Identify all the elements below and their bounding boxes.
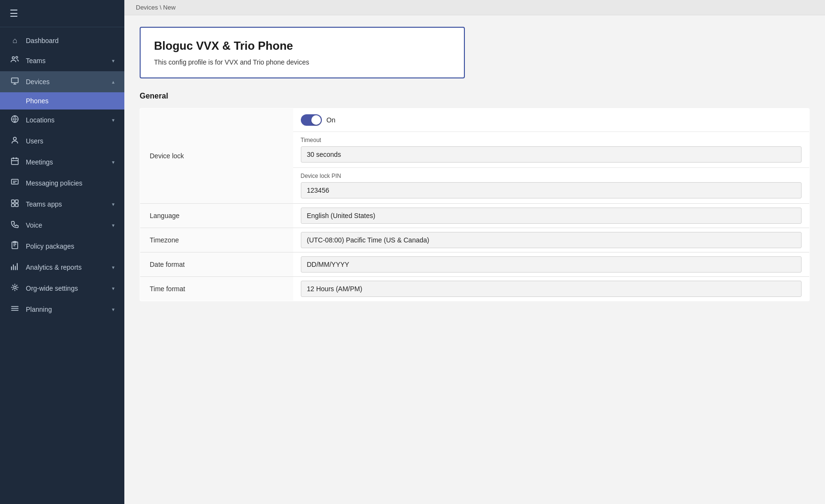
field-label-device-lock: Device lock: [140, 109, 293, 204]
toggle-container: On: [301, 114, 336, 126]
chevron-icon: ▾: [112, 58, 115, 64]
svg-rect-5: [11, 179, 18, 184]
general-section: General Device lock On: [140, 92, 810, 301]
breadcrumb: Devices \ New: [124, 0, 825, 15]
sidebar-item-label: Teams: [26, 57, 112, 65]
sidebar-item-label: Org-wide settings: [26, 285, 112, 292]
table-row: Timezone (UTC-08:00) Pacific Time (US & …: [140, 228, 810, 252]
sidebar-header: ☰: [0, 0, 124, 27]
sidebar-subitem-phones[interactable]: Phones: [0, 92, 124, 110]
toggle-label: On: [327, 116, 336, 124]
messaging-icon: [10, 178, 20, 188]
date-format-field-row: DD/MM/YYYY: [293, 252, 810, 276]
sidebar-item-label: Users: [26, 137, 115, 145]
breadcrumb-new: New: [163, 4, 176, 11]
profile-card: Bloguc VVX & Trio Phone This config prof…: [140, 27, 465, 78]
sidebar-item-label: Meetings: [26, 158, 112, 166]
field-value-time-format: 12 Hours (AM/PM): [293, 277, 810, 301]
hamburger-menu-icon[interactable]: ☰: [10, 8, 18, 19]
time-format-field-row: 12 Hours (AM/PM): [293, 277, 810, 301]
timeout-value: 30 seconds: [301, 146, 802, 163]
sidebar-item-policy-packages[interactable]: Policy packages: [0, 236, 124, 257]
main-content: Devices \ New Bloguc VVX & Trio Phone Th…: [124, 0, 825, 504]
svg-rect-4: [11, 158, 18, 164]
breadcrumb-devices[interactable]: Devices: [136, 4, 158, 11]
time-format-value: 12 Hours (AM/PM): [301, 281, 802, 297]
device-lock-cell: On Timeout 30 seconds Device lock PIN 12…: [293, 109, 810, 203]
field-value-language: English (United States): [293, 204, 810, 228]
sidebar-item-label: Policy packages: [26, 242, 115, 250]
users-icon: [10, 136, 20, 146]
sidebar-item-teams[interactable]: Teams ▾: [0, 50, 124, 71]
teams-apps-icon: [10, 199, 20, 209]
sidebar-item-meetings[interactable]: Meetings ▾: [0, 152, 124, 173]
svg-rect-8: [11, 204, 14, 207]
svg-rect-9: [15, 204, 18, 207]
svg-point-1: [16, 56, 18, 58]
teams-icon: [10, 55, 20, 66]
timezone-field-row: (UTC-08:00) Pacific Time (US & Canada): [293, 228, 810, 252]
sidebar: ☰ ⌂ Dashboard Teams ▾ Devices ▴ Phones: [0, 0, 124, 504]
svg-rect-7: [15, 200, 18, 203]
sidebar-item-users[interactable]: Users: [0, 131, 124, 152]
chevron-icon: ▾: [112, 117, 115, 123]
sidebar-item-label: Analytics & reports: [26, 263, 112, 271]
table-row: Time format 12 Hours (AM/PM): [140, 277, 810, 301]
sidebar-item-analytics-reports[interactable]: Analytics & reports ▾: [0, 257, 124, 278]
profile-title: Bloguc VVX & Trio Phone: [154, 39, 451, 53]
field-label-time-format: Time format: [140, 277, 293, 301]
sidebar-nav: ⌂ Dashboard Teams ▾ Devices ▴ Phones: [0, 27, 124, 504]
field-value-timezone: (UTC-08:00) Pacific Time (US & Canada): [293, 228, 810, 252]
language-field-row: English (United States): [293, 204, 810, 228]
sidebar-item-dashboard[interactable]: ⌂ Dashboard: [0, 31, 124, 50]
voice-icon: [10, 220, 20, 230]
field-label-date-format: Date format: [140, 252, 293, 277]
svg-point-3: [13, 137, 16, 140]
analytics-icon: [10, 262, 20, 273]
sidebar-item-label: Dashboard: [26, 37, 115, 44]
sidebar-item-planning[interactable]: Planning ▾: [0, 299, 124, 320]
chevron-icon: ▾: [112, 307, 115, 313]
locations-icon: [10, 115, 20, 125]
sidebar-item-label: Voice: [26, 221, 112, 229]
field-label-timezone: Timezone: [140, 228, 293, 252]
sidebar-item-locations[interactable]: Locations ▾: [0, 110, 124, 131]
field-value-device-lock: On Timeout 30 seconds Device lock PIN 12…: [293, 109, 810, 204]
field-label-language: Language: [140, 204, 293, 228]
settings-table: Device lock On Timeout 30 se: [140, 108, 810, 301]
meetings-icon: [10, 157, 20, 167]
svg-point-12: [14, 286, 16, 289]
sidebar-item-label: Teams apps: [26, 200, 112, 208]
planning-icon: [10, 304, 20, 315]
chevron-icon: ▾: [112, 222, 115, 229]
timeout-label: Timeout: [301, 137, 802, 143]
chevron-icon: ▾: [112, 201, 115, 208]
sidebar-item-org-wide-settings[interactable]: Org-wide settings ▾: [0, 278, 124, 299]
content-area: Bloguc VVX & Trio Phone This config prof…: [124, 15, 825, 504]
timeout-field: Timeout 30 seconds: [293, 132, 810, 168]
sidebar-item-devices[interactable]: Devices ▴: [0, 71, 124, 92]
sidebar-item-voice[interactable]: Voice ▾: [0, 215, 124, 236]
language-value: English (United States): [301, 208, 802, 224]
svg-point-0: [12, 57, 15, 59]
profile-description: This config profile is for VVX and Trio …: [154, 58, 451, 66]
chevron-icon: ▴: [112, 79, 115, 85]
chevron-icon: ▾: [112, 159, 115, 165]
policy-packages-icon: [10, 241, 20, 252]
sidebar-item-label: Planning: [26, 306, 112, 313]
sidebar-item-label: Locations: [26, 116, 112, 124]
date-format-value: DD/MM/YYYY: [301, 256, 802, 273]
device-lock-toggle-row: On: [293, 109, 810, 132]
sidebar-item-label: Messaging policies: [26, 179, 115, 187]
sidebar-item-messaging-policies[interactable]: Messaging policies: [0, 173, 124, 194]
pin-field: Device lock PIN 123456: [293, 168, 810, 203]
chevron-icon: ▾: [112, 285, 115, 292]
table-row: Date format DD/MM/YYYY: [140, 252, 810, 277]
chevron-icon: ▾: [112, 264, 115, 271]
timezone-value: (UTC-08:00) Pacific Time (US & Canada): [301, 232, 802, 248]
device-lock-toggle[interactable]: [301, 114, 322, 126]
field-value-date-format: DD/MM/YYYY: [293, 252, 810, 277]
svg-rect-6: [11, 200, 14, 203]
pin-value: 123456: [301, 182, 802, 198]
sidebar-item-teams-apps[interactable]: Teams apps ▾: [0, 194, 124, 215]
